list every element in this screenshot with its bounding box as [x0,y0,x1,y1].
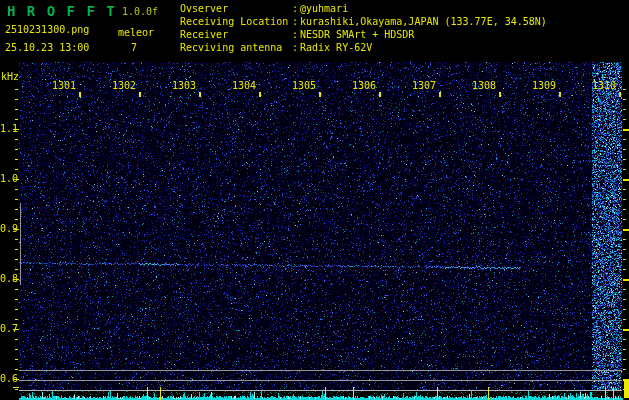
time-axis-label: 1301 [51,81,77,91]
freq-axis-label: 0.7 [0,324,16,334]
axis-labels-layer: 1301130213031304130513061307130813091310… [0,0,629,400]
time-axis-label: 1302 [111,81,137,91]
freq-axis-label: 1.0 [0,174,16,184]
freq-axis-label: 0.6 [0,374,16,384]
time-axis-label: 1306 [351,81,377,91]
time-axis-label: 1305 [291,81,317,91]
freq-axis-label: 0.8 [0,274,16,284]
time-axis-label: 1309 [531,81,557,91]
freq-axis-label: 1.1 [0,124,16,134]
time-axis-label: 1307 [411,81,437,91]
freq-axis-label: 0.9 [0,224,16,234]
time-axis-label: 1310 [591,81,617,91]
time-axis-label: 1308 [471,81,497,91]
hrofft-window: H R O F F T 1.0.0f 2510231300.png meleor… [0,0,629,400]
time-axis-label: 1303 [171,81,197,91]
time-axis-label: 1304 [231,81,257,91]
